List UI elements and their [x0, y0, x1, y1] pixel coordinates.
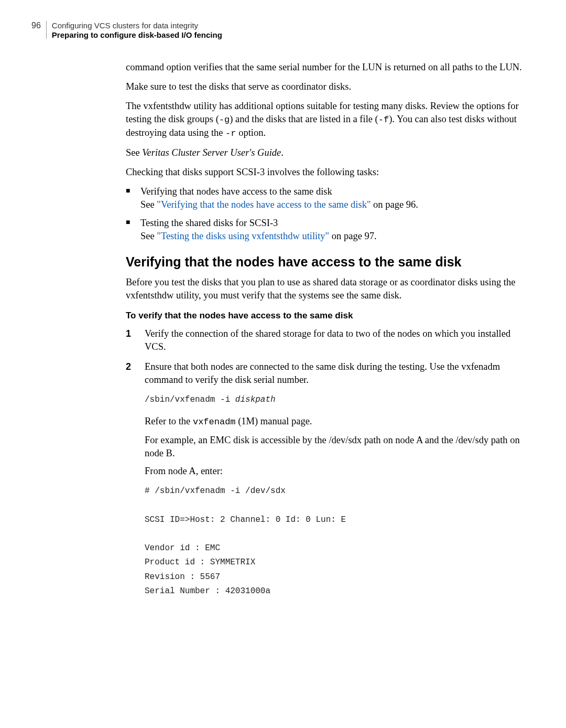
step-body: Verify the connection of the shared stor… — [145, 327, 524, 354]
code-text: /sbin/vxfenadm -i — [145, 395, 235, 404]
text-run: . — [281, 147, 284, 158]
text-run: Refer to the — [145, 416, 193, 426]
list-item: Verifying that nodes have access to the … — [126, 185, 524, 211]
page-header: 96 Configuring VCS clusters for data int… — [31, 21, 524, 40]
paragraph: command option verifies that the same se… — [126, 61, 524, 74]
paragraph: Make sure to test the disks that serve a… — [126, 80, 524, 93]
paragraph: Before you test the disks that you plan … — [126, 276, 524, 302]
bullet-list: Verifying that nodes have access to the … — [126, 185, 524, 243]
code-inline: -r — [225, 129, 236, 138]
text-run: See — [140, 199, 157, 210]
list-text: Testing the shared disks for SCSI-3 — [140, 218, 278, 228]
step-text: Verify the connection of the shared stor… — [145, 327, 524, 354]
header-text-block: Configuring VCS clusters for data integr… — [52, 21, 222, 40]
text-run: (1M) manual page. — [236, 416, 312, 426]
step-item: 2 Ensure that both nodes are connected t… — [126, 360, 524, 598]
section-heading: Verifying that the nodes have access to … — [126, 254, 524, 270]
cross-ref-link[interactable]: "Verifying that the nodes have access to… — [157, 199, 371, 210]
text-run: ) and the disks that are listed in a fil… — [230, 114, 378, 124]
paragraph: The vxfentsthdw utility has additional o… — [126, 100, 524, 140]
header-divider — [46, 21, 47, 39]
step-number: 2 — [126, 360, 131, 373]
code-placeholder: diskpath — [235, 395, 276, 404]
header-section: Preparing to configure disk-based I/O fe… — [52, 30, 222, 40]
step-text: From node A, enter: — [145, 465, 524, 478]
code-inline: vxfenadm — [193, 417, 236, 427]
text-run: See — [140, 231, 157, 241]
paragraph: See Veritas Cluster Server User's Guide. — [126, 146, 524, 159]
page-number: 96 — [31, 21, 41, 30]
code-inline: -f — [378, 115, 389, 125]
step-item: 1 Verify the connection of the shared st… — [126, 327, 524, 354]
book-title: Veritas Cluster Server User's Guide — [142, 147, 281, 158]
step-text: Refer to the vxfenadm (1M) manual page. — [145, 415, 524, 429]
step-text: Ensure that both nodes are connected to … — [145, 360, 524, 387]
steps-list: 1 Verify the connection of the shared st… — [126, 327, 524, 598]
cross-ref-link[interactable]: "Testing the disks using vxfentsthdw uti… — [157, 231, 329, 241]
main-content: command option verifies that the same se… — [126, 61, 524, 598]
header-chapter: Configuring VCS clusters for data integr… — [52, 21, 222, 30]
text-run: on page 97. — [329, 231, 376, 241]
step-text: For example, an EMC disk is accessible b… — [145, 434, 524, 460]
code-block: # /sbin/vxfenadm -i /dev/sdx SCSI ID=>Ho… — [145, 484, 524, 598]
list-text: Verifying that nodes have access to the … — [140, 186, 332, 197]
list-item: Testing the shared disks for SCSI-3 See … — [126, 217, 524, 243]
code-block: /sbin/vxfenadm -i diskpath — [145, 393, 524, 407]
text-run: See — [126, 147, 142, 158]
step-number: 1 — [126, 327, 131, 340]
text-run: option. — [236, 127, 266, 138]
page-container: 96 Configuring VCS clusters for data int… — [0, 0, 566, 637]
paragraph: Checking that disks support SCSI-3 invol… — [126, 166, 524, 179]
step-body: Ensure that both nodes are connected to … — [145, 360, 524, 598]
procedure-title: To verify that the nodes have access to … — [126, 311, 524, 321]
text-run: on page 96. — [371, 199, 418, 210]
code-inline: -g — [219, 115, 230, 125]
